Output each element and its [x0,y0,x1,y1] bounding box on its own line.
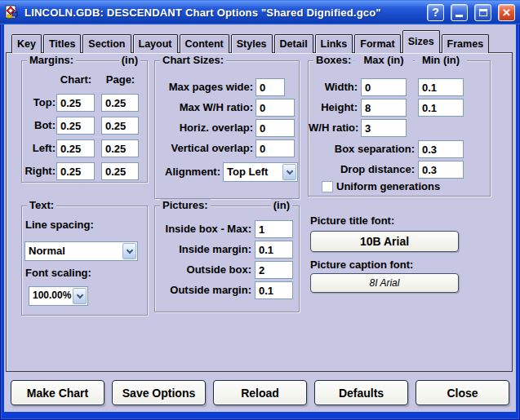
picture-caption-font-label: Picture caption font: [310,259,413,271]
max-pages-wide-label: Max pages wide: [155,78,253,96]
margins-left-page-input[interactable] [101,139,139,157]
box-height-max-input[interactable] [361,99,407,117]
minimize-button[interactable] [451,4,468,21]
outside-margin-label: Outside margin: [155,281,251,299]
max-wh-ratio-input[interactable] [256,99,295,117]
max-pages-wide-input[interactable] [256,78,285,96]
tab-frames[interactable]: Frames [442,34,489,53]
help-button[interactable]: ? [427,4,444,21]
app-icon [5,5,20,20]
picture-title-font-label: Picture title font: [310,214,394,227]
margins-top-chart-input[interactable] [56,94,95,112]
outside-margin-row: Outside margin: [155,281,299,299]
margins-group-title: Margins: [27,54,76,66]
tab-detail[interactable]: Detail [274,34,313,53]
margins-bot-chart-input[interactable] [56,117,95,135]
margins-row-left: Left: [22,139,147,157]
text-group: Text: Line spacing: Normal Font scaling:… [21,206,148,316]
tab-bar: Key Titles Section Layout Content Styles… [11,30,491,53]
font-scaling-label: Font scaling: [25,264,91,282]
margins-right-chart-input[interactable] [56,162,95,180]
pictures-group-title: Pictures: [160,199,211,211]
inside-margin-row: Inside margin: [155,241,299,259]
tab-content[interactable]: Content [180,34,229,53]
margins-row-bottom: Bot: [22,117,147,135]
box-width-min-input[interactable] [418,78,464,96]
vertical-overlap-row: Vertical overlap: [155,139,299,157]
text-group-title: Text: [27,199,56,211]
inside-box-max-label: Inside box - Max: [155,220,251,238]
tab-links[interactable]: Links [315,34,353,53]
box-height-label: Height: [309,99,358,117]
uniform-generations-label: Uniform generations [336,180,440,192]
alignment-value: Top Left [224,163,282,181]
outside-margin-input[interactable] [255,281,293,299]
vertical-overlap-label: Vertical overlap: [155,139,253,157]
box-separation-row: Box separation: [309,140,490,158]
box-wh-ratio-label: W/H ratio: [309,119,358,137]
tab-layout[interactable]: Layout [133,34,178,53]
box-wh-ratio-max-input[interactable] [361,119,407,137]
line-spacing-dropdown-button[interactable] [122,243,136,259]
save-options-button[interactable]: Save Options [112,380,206,405]
font-scaling-dropdown-button[interactable] [73,288,87,304]
horiz-overlap-input[interactable] [256,119,295,137]
drop-distance-input[interactable] [418,161,464,179]
picture-title-font-button[interactable]: 10B Arial [310,231,459,252]
font-scaling-select[interactable]: 100.00% [29,286,88,306]
margins-left-chart-input[interactable] [56,139,95,157]
margins-top-page-input[interactable] [101,94,139,112]
chart-sizes-group: Chart Sizes: Max pages wide: Max W/H rat… [154,60,300,199]
vertical-overlap-input[interactable] [256,139,295,157]
box-height-min-input[interactable] [418,99,464,117]
chart-options-window: LINCOLN.GDB: DESCENDANT Chart Options "S… [0,0,520,420]
picture-caption-font-button[interactable]: 8I Arial [310,273,459,293]
inside-margin-label: Inside margin: [155,241,251,259]
close-window-button[interactable]: ✕ [498,4,515,21]
outside-box-input[interactable] [255,261,293,279]
alignment-select[interactable]: Top Left [223,162,298,182]
line-spacing-value: Normal [25,242,122,260]
margins-top-label: Top: [22,94,56,112]
margins-bot-page-input[interactable] [101,117,139,135]
minimize-icon [456,15,463,17]
footer-button-bar: Make Chart Save Options Reload Defaults … [11,380,509,405]
box-width-max-input[interactable] [361,78,407,96]
defaults-button[interactable]: Defaults [314,380,408,405]
maximize-button[interactable] [474,4,491,21]
alignment-row: Alignment: Top Left [155,162,299,182]
horiz-overlap-row: Horiz. overlap: [155,119,299,137]
inside-box-max-input[interactable] [255,220,293,238]
chevron-down-icon [76,291,82,298]
margins-right-page-input[interactable] [101,162,139,180]
chevron-down-icon [126,246,132,253]
boxes-max-column-header: Max (in) [354,54,413,66]
tab-titles[interactable]: Titles [43,34,81,53]
drop-distance-row: Drop distance: [309,161,490,179]
line-spacing-select[interactable]: Normal [24,241,138,261]
tab-styles[interactable]: Styles [231,34,273,53]
tab-sizes[interactable]: Sizes [402,30,440,53]
box-width-row: Width: [309,78,490,96]
reload-button[interactable]: Reload [213,380,307,405]
boxes-group-title: Boxes: [313,54,353,66]
close-icon: ✕ [502,7,511,18]
tab-key[interactable]: Key [11,34,42,53]
margins-right-label: Right: [22,162,56,180]
margins-group: Margins: (in) Chart: Page: Top: Bot: Lef… [21,60,148,183]
boxes-group: Boxes: Max (in) Min (in) Width: Height: … [308,60,491,197]
box-separation-input[interactable] [418,140,464,158]
sizes-tab-panel: Margins: (in) Chart: Page: Top: Bot: Lef… [6,52,513,372]
box-separation-label: Box separation: [309,140,415,158]
tab-section[interactable]: Section [82,34,131,53]
uniform-generations-checkbox[interactable] [322,181,333,192]
close-button[interactable]: Close [416,380,509,405]
inside-margin-input[interactable] [255,241,293,259]
max-wh-ratio-row: Max W/H ratio: [155,99,299,117]
alignment-dropdown-button[interactable] [282,164,296,180]
margins-row-right: Right: [22,162,147,180]
max-wh-ratio-label: Max W/H ratio: [155,99,253,117]
help-icon: ? [432,7,439,18]
make-chart-button[interactable]: Make Chart [11,380,104,405]
tab-format[interactable]: Format [354,34,400,53]
